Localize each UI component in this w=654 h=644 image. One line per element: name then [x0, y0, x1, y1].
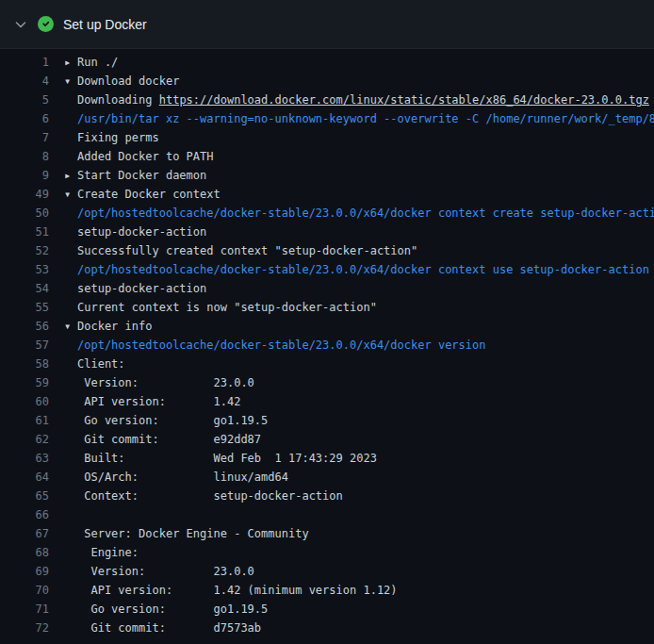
log-text: Server: Docker Engine - Community — [49, 524, 309, 543]
log-line: 5Downloading https://download.docker.com… — [0, 91, 654, 109]
line-number[interactable]: 7 — [0, 128, 49, 147]
log-line: 61 Go version: go1.19.5 — [0, 411, 654, 430]
line-number[interactable]: 8 — [0, 147, 49, 166]
line-number[interactable]: 68 — [0, 543, 49, 562]
log-text: Built: Wed Feb 1 17:43:29 2023 — [49, 449, 377, 468]
log-line: 62 Git commit: e92dd87 — [0, 430, 654, 449]
log-text: Client: — [49, 355, 125, 373]
log-line: 66 — [0, 505, 654, 524]
log-text: Added Docker to PATH — [49, 147, 214, 166]
log-line: 8Added Docker to PATH — [0, 147, 654, 166]
group-label: Start Docker daemon — [77, 169, 206, 182]
command-text: /usr/bin/tar xz --warning=no-unknown-key… — [49, 109, 654, 128]
log-line: 71 Go version: go1.19.5 — [0, 600, 654, 619]
line-number[interactable]: 70 — [0, 581, 49, 600]
group-label: Download docker — [77, 74, 179, 88]
log-line: 60 API version: 1.42 — [0, 392, 654, 411]
log-line: 51setup-docker-action — [0, 223, 654, 241]
line-number[interactable]: 61 — [0, 411, 49, 430]
chevron-expanded-icon[interactable]: ▾ — [64, 72, 77, 91]
line-number[interactable]: 55 — [0, 298, 49, 317]
log-group-row: 49▾Create Docker context — [0, 185, 654, 204]
log-line: 58Client: — [0, 355, 654, 373]
log-text: Current context is now "setup-docker-act… — [49, 298, 377, 317]
group-toggle[interactable]: ▾Download docker — [49, 72, 179, 91]
log-line: 59 Version: 23.0.0 — [0, 373, 654, 392]
line-number[interactable]: 66 — [0, 505, 49, 524]
line-number[interactable]: 54 — [0, 279, 49, 298]
group-toggle[interactable]: ▾Create Docker context — [49, 185, 221, 204]
chevron-collapsed-icon[interactable]: ▸ — [64, 166, 77, 185]
line-number[interactable]: 67 — [0, 524, 49, 543]
line-number[interactable]: 56 — [0, 317, 49, 336]
line-number[interactable]: 65 — [0, 487, 49, 505]
line-number[interactable]: 50 — [0, 204, 49, 223]
success-check-icon — [38, 16, 54, 32]
log-line: 54setup-docker-action — [0, 279, 654, 298]
log-text: setup-docker-action — [49, 279, 206, 298]
log-text-segment: Downloading — [77, 93, 159, 107]
line-number[interactable]: 63 — [0, 449, 49, 468]
log-text: Git commit: d7573ab — [49, 619, 261, 637]
group-toggle[interactable]: ▾Docker info — [49, 317, 152, 336]
log-line: 50/opt/hostedtoolcache/docker-stable/23.… — [0, 204, 654, 223]
log-group-row: 9▸Start Docker daemon — [0, 166, 654, 185]
log-link[interactable]: https://download.docker.com/linux/static… — [159, 93, 649, 107]
line-number[interactable]: 62 — [0, 430, 49, 449]
chevron-expanded-icon[interactable]: ▾ — [64, 317, 77, 336]
log-group-row: 1▸Run ./ — [0, 53, 654, 72]
command-text: /opt/hostedtoolcache/docker-stable/23.0.… — [49, 260, 649, 279]
log-text: OS/Arch: linux/amd64 — [49, 468, 288, 487]
log-text: Successfully created context "setup-dock… — [49, 241, 417, 260]
group-toggle[interactable]: ▸Run ./ — [49, 53, 118, 72]
chevron-expanded-icon[interactable]: ▾ — [64, 185, 77, 204]
line-number[interactable]: 59 — [0, 373, 49, 392]
log-line: 67 Server: Docker Engine - Community — [0, 524, 654, 543]
line-number[interactable]: 1 — [0, 53, 49, 72]
group-label: Run ./ — [77, 56, 118, 69]
group-toggle[interactable]: ▸Start Docker daemon — [49, 166, 206, 185]
line-number[interactable]: 60 — [0, 392, 49, 411]
line-number[interactable]: 51 — [0, 223, 49, 241]
log-container: 1▸Run ./4▾Download docker5Downloading ht… — [0, 49, 654, 637]
actions-log-viewer: Set up Docker 1▸Run ./4▾Download docker5… — [0, 0, 654, 637]
log-line: 6/usr/bin/tar xz --warning=no-unknown-ke… — [0, 109, 654, 128]
chevron-down-icon[interactable] — [13, 17, 28, 32]
log-group-row: 56▾Docker info — [0, 317, 654, 336]
log-text: Version: 23.0.0 — [49, 373, 254, 392]
group-label: Create Docker context — [77, 188, 221, 201]
line-number[interactable]: 6 — [0, 109, 49, 128]
line-number[interactable]: 5 — [0, 91, 49, 109]
line-number[interactable]: 9 — [0, 166, 49, 185]
line-number[interactable]: 71 — [0, 600, 49, 619]
line-number[interactable]: 72 — [0, 619, 49, 637]
step-title: Set up Docker — [63, 17, 147, 32]
log-line: 70 API version: 1.42 (minimum version 1.… — [0, 581, 654, 600]
log-text: API version: 1.42 (minimum version 1.12) — [49, 581, 398, 600]
log-text: setup-docker-action — [49, 223, 206, 241]
line-number[interactable]: 52 — [0, 241, 49, 260]
line-number[interactable]: 69 — [0, 562, 49, 581]
line-number[interactable]: 4 — [0, 72, 49, 91]
log-text: API version: 1.42 — [49, 392, 240, 411]
log-line: 57/opt/hostedtoolcache/docker-stable/23.… — [0, 336, 654, 355]
log-line: 63 Built: Wed Feb 1 17:43:29 2023 — [0, 449, 654, 468]
log-line: 69 Version: 23.0.0 — [0, 562, 654, 581]
log-line: 7Fixing perms — [0, 128, 654, 147]
step-header[interactable]: Set up Docker — [0, 0, 654, 49]
chevron-collapsed-icon[interactable]: ▸ — [64, 53, 77, 72]
line-number[interactable]: 64 — [0, 468, 49, 487]
log-text: Version: 23.0.0 — [49, 562, 254, 581]
log-text: Git commit: e92dd87 — [49, 430, 261, 449]
log-text: Fixing perms — [49, 128, 159, 147]
log-text: Engine: — [49, 543, 139, 562]
line-number[interactable]: 49 — [0, 185, 49, 204]
command-text: /opt/hostedtoolcache/docker-stable/23.0.… — [49, 336, 485, 355]
group-label: Docker info — [77, 320, 152, 333]
log-line: 68 Engine: — [0, 543, 654, 562]
log-text: Go version: go1.19.5 — [49, 411, 268, 430]
line-number[interactable]: 57 — [0, 336, 49, 355]
log-text: Downloading https://download.docker.com/… — [49, 91, 649, 109]
line-number[interactable]: 53 — [0, 260, 49, 279]
line-number[interactable]: 58 — [0, 355, 49, 373]
